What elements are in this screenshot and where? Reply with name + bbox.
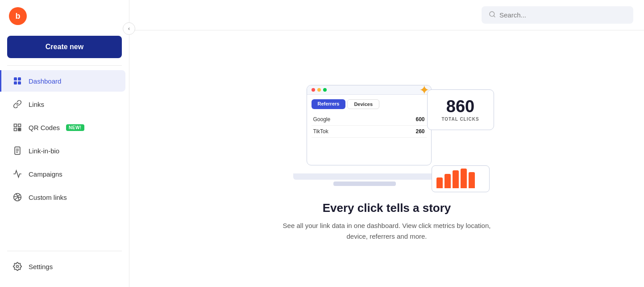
data-row-tiktok: TikTok 260 <box>312 126 427 138</box>
card-body: Referrers Devices Google 600 TikTok 260 <box>307 95 431 142</box>
window-dot <box>312 88 315 92</box>
main-content: Referrers Devices Google 600 TikTok 260 <box>129 0 644 287</box>
sidebar-item-dashboard[interactable]: Dashboard <box>0 70 125 92</box>
svg-rect-6 <box>14 128 17 131</box>
link-icon <box>12 100 22 109</box>
svg-rect-9 <box>18 130 20 131</box>
sidebar-divider <box>7 65 122 66</box>
app-logo: b <box>9 7 27 25</box>
svg-line-18 <box>494 16 495 17</box>
clicks-number: 860 <box>435 98 486 115</box>
screen-line <box>293 173 436 180</box>
search-box[interactable] <box>482 6 633 24</box>
svg-rect-5 <box>18 124 21 127</box>
total-clicks-card: 860 TOTAL CLICKS <box>427 89 494 130</box>
tab-row: Referrers Devices <box>312 99 427 109</box>
svg-rect-7 <box>18 128 20 130</box>
chart-card <box>432 165 490 192</box>
tab-referrers: Referrers <box>312 99 346 109</box>
dashboard-headline: Every click tells a story <box>323 201 451 215</box>
sidebar-bottom-divider <box>7 251 122 251</box>
bar-1 <box>436 177 443 188</box>
create-new-button[interactable]: Create new <box>7 36 122 58</box>
logo-area: b <box>0 0 129 32</box>
settings-icon <box>12 262 22 271</box>
bar-3 <box>453 170 459 188</box>
svg-rect-3 <box>18 81 21 84</box>
row-value-tiktok: 260 <box>415 128 424 135</box>
chevron-left-icon: ‹ <box>128 25 130 32</box>
screen-base <box>333 181 396 186</box>
header <box>129 0 644 30</box>
bio-icon <box>12 146 22 155</box>
sidebar-item-label-qr-codes: QR Codes <box>29 124 60 131</box>
sidebar-item-qr-codes[interactable]: QR Codes NEW! <box>4 117 125 138</box>
sidebar-item-links[interactable]: Links <box>4 93 125 115</box>
data-row-google: Google 600 <box>312 114 427 126</box>
analytics-card: Referrers Devices Google 600 TikTok 260 <box>307 85 432 165</box>
sidebar-item-label-campaigns: Campaigns <box>29 170 62 178</box>
grid-icon <box>12 76 22 85</box>
row-label-google: Google <box>313 116 331 122</box>
sidebar-item-campaigns[interactable]: Campaigns <box>4 163 125 185</box>
svg-rect-10 <box>20 128 21 130</box>
dashboard-content: Referrers Devices Google 600 TikTok 260 <box>129 30 644 287</box>
sidebar: b ‹ Create new Dashboard Links <box>0 0 129 287</box>
custom-links-icon <box>12 193 22 202</box>
sidebar-item-link-in-bio[interactable]: Link-in-bio <box>4 140 125 161</box>
tab-devices: Devices <box>347 99 379 109</box>
row-label-tiktok: TikTok <box>313 128 328 135</box>
window-dot-yellow <box>317 88 321 92</box>
sidebar-item-label-dashboard: Dashboard <box>29 77 61 85</box>
svg-rect-0 <box>14 77 17 80</box>
bar-5 <box>469 172 475 188</box>
row-value-google: 600 <box>415 116 424 122</box>
sidebar-item-label-links: Links <box>29 101 44 108</box>
qr-icon <box>12 123 22 132</box>
bar-2 <box>445 174 451 188</box>
sidebar-item-label-link-in-bio: Link-in-bio <box>29 147 59 155</box>
star-decoration: ✦ <box>419 83 429 97</box>
bar-4 <box>461 169 467 188</box>
svg-point-16 <box>17 266 19 268</box>
svg-rect-1 <box>18 77 21 80</box>
svg-rect-2 <box>14 81 17 84</box>
sidebar-item-custom-links[interactable]: Custom links <box>4 186 125 208</box>
search-icon <box>489 11 496 19</box>
svg-rect-4 <box>14 124 17 127</box>
card-topbar <box>307 85 431 95</box>
search-input[interactable] <box>499 11 626 19</box>
dashboard-subtext: See all your link data in one dashboard.… <box>275 220 499 242</box>
logo-letter: b <box>16 12 21 21</box>
sidebar-collapse-button[interactable]: ‹ <box>123 22 135 35</box>
illustration-area: Referrers Devices Google 600 TikTok 260 <box>280 76 494 192</box>
campaigns-icon <box>12 169 22 178</box>
clicks-label: TOTAL CLICKS <box>435 117 486 122</box>
sidebar-item-settings[interactable]: Settings <box>4 256 125 277</box>
window-dot-green <box>323 88 327 92</box>
sidebar-item-label-custom-links: Custom links <box>29 194 67 201</box>
svg-rect-8 <box>20 130 21 131</box>
new-badge: NEW! <box>66 124 84 131</box>
sidebar-item-label-settings: Settings <box>29 263 53 270</box>
